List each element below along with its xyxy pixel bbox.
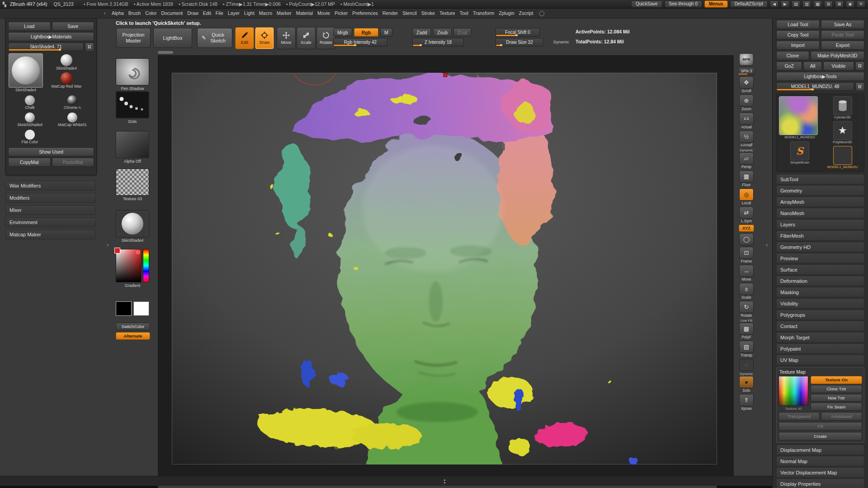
tool-thumb-model-small[interactable]: MODEL1_MUNDZU: [823, 146, 862, 169]
projection-master-button[interactable]: Projection Master: [116, 28, 151, 48]
menu-preferences[interactable]: Preferences: [350, 10, 380, 16]
right-tray-divider-icon[interactable]: ‹: [766, 241, 768, 248]
menu-render[interactable]: Render: [380, 10, 400, 16]
tray-collapse-icon[interactable]: ‹: [104, 10, 106, 16]
zadd-button[interactable]: Zadd: [412, 28, 431, 37]
show-used-button[interactable]: Show Used: [8, 147, 94, 156]
close-icon[interactable]: ✕: [857, 0, 865, 8]
zcut-button[interactable]: Zcut: [453, 28, 471, 37]
texture-on-button[interactable]: Texture On: [811, 376, 862, 384]
tool-section-layers[interactable]: Layers: [776, 219, 864, 230]
lock-icon[interactable]: ⊠: [835, 0, 844, 8]
tool-section-geometry-hd[interactable]: Geometry HD: [776, 242, 864, 252]
menu-color[interactable]: Color: [143, 10, 159, 16]
menu-zplugin[interactable]: Zplugin: [496, 10, 516, 16]
export-button[interactable]: Export: [821, 41, 864, 50]
material-save-button[interactable]: Save: [52, 22, 94, 31]
frame-button[interactable]: ⊡ Frame: [737, 247, 756, 263]
focal-shift-slider[interactable]: Focal Shift 0: [495, 28, 540, 37]
pivot-button[interactable]: ◯: [737, 233, 756, 245]
material-section-matcap-maker[interactable]: Matcap Maker: [5, 230, 96, 239]
dynamic-mode-label[interactable]: Dynamic: [553, 40, 569, 44]
tool-section-normal-map[interactable]: Normal Map: [776, 456, 864, 466]
transp-button[interactable]: ▧ Transp: [737, 341, 756, 357]
tool-r-button[interactable]: R: [855, 82, 864, 91]
left-tray-divider-icon[interactable]: ›: [107, 241, 108, 248]
next-doc-icon[interactable]: ▶: [781, 0, 789, 8]
tool-thumb-simplebrush[interactable]: S SimpleBrush: [779, 141, 821, 164]
material-thumb-flat[interactable]: Flat Color: [9, 128, 51, 145]
menu-zscript[interactable]: Zscript: [517, 10, 536, 16]
tool-thumb-selected[interactable]: MODEL1_MUNDZU: [779, 96, 821, 139]
layout-c-icon[interactable]: ▦: [813, 0, 822, 8]
tool-section-arraymesh[interactable]: ArrayMesh: [776, 197, 864, 207]
zoom-button[interactable]: ⊕ Zoom: [737, 94, 756, 111]
material-thumb-chalk[interactable]: Chalk: [9, 94, 51, 111]
fix-seam-button[interactable]: Fix Seam: [811, 403, 862, 411]
pastemat-button[interactable]: PasteMat: [52, 158, 94, 167]
paste-tool-button[interactable]: Paste Tool: [821, 30, 864, 39]
tool-section-displacement-map[interactable]: Displacement Map: [776, 445, 864, 455]
lightbox-button[interactable]: LightBox: [153, 28, 192, 48]
mrgb-button[interactable]: Mrgb: [333, 28, 352, 37]
secondary-color-swatch[interactable]: [133, 301, 149, 316]
menu-brush[interactable]: Brush: [126, 10, 143, 16]
tool-select-slider[interactable]: MODEL1_MUNDZU. 48: [776, 82, 854, 91]
lightbox-materials-button[interactable]: Lightbox▶Materials: [8, 32, 94, 41]
copymat-button[interactable]: CopyMat: [8, 158, 51, 167]
menu-layer[interactable]: Layer: [226, 10, 242, 16]
quicksave-button[interactable]: QuickSave: [631, 0, 662, 8]
make-polymesh3d-button[interactable]: Make PolyMesh3D: [811, 51, 865, 60]
lightbox-tools-button[interactable]: Lightbox▶Tools: [776, 72, 864, 81]
menu-stroke[interactable]: Stroke: [419, 10, 437, 16]
rgb-intensity-slider[interactable]: Rgb Intensity 42: [333, 38, 387, 47]
bpr-button[interactable]: BPR: [737, 53, 756, 66]
tool-section-geometry[interactable]: Geometry: [776, 185, 864, 196]
move-button[interactable]: Move: [277, 27, 296, 49]
color-picker[interactable]: Gradient: [116, 249, 149, 288]
material-r-button[interactable]: R: [85, 42, 94, 52]
polyf-button[interactable]: Line Fill ▩ PolyF: [737, 319, 756, 339]
tool-section-surface[interactable]: Surface: [776, 264, 864, 275]
clone-txtr-button[interactable]: Clone Txtr: [811, 385, 862, 393]
menu-macro[interactable]: Macro: [257, 10, 274, 16]
tool-section-deformation[interactable]: Deformation: [776, 276, 864, 286]
material-section-mixer[interactable]: Mixer: [5, 205, 96, 215]
local-button[interactable]: ◎ Local: [737, 188, 756, 205]
menu-movie[interactable]: Movie: [315, 10, 332, 16]
menu-file[interactable]: File: [213, 10, 226, 16]
draw-button[interactable]: Draw: [255, 27, 274, 49]
tool-section-masking[interactable]: Masking: [776, 287, 864, 297]
tool-section-visibility[interactable]: Visibility: [776, 298, 864, 309]
texture-map-title[interactable]: Texture Map: [779, 369, 862, 375]
palette-grid-icon[interactable]: ⊞: [824, 0, 833, 8]
solo-button[interactable]: Dynamic ● Solo: [737, 372, 756, 393]
xyz-button[interactable]: XYZ: [737, 225, 756, 232]
menu-texture[interactable]: Texture: [437, 10, 457, 16]
current-alpha[interactable]: Alpha Off: [116, 131, 149, 164]
tool-section-fibermesh[interactable]: FiberMesh: [776, 230, 864, 241]
see-through-slider[interactable]: See-through 0: [665, 0, 702, 8]
m-button[interactable]: M: [380, 28, 392, 37]
material-select-slider[interactable]: SkinShade4. 71: [8, 42, 84, 51]
persp-button[interactable]: Dynamic ▱ Persp: [737, 149, 756, 169]
menu-marker[interactable]: Marker: [274, 10, 294, 16]
menu-light[interactable]: Light: [242, 10, 257, 16]
material-section-wax-modifiers[interactable]: Wax Modifiers: [5, 181, 96, 191]
tool-section-display-properties[interactable]: Display Properties: [776, 479, 864, 488]
document-3d-view[interactable]: [158, 55, 734, 476]
canvas-scale-button[interactable]: ± Scale: [737, 283, 756, 300]
session-icon[interactable]: ◉: [846, 0, 854, 8]
floor-button[interactable]: ▦ Floor: [737, 170, 756, 187]
texture-map-thumb-wrap[interactable]: Texture 40: [778, 376, 808, 411]
scale-button[interactable]: Scale: [297, 27, 316, 49]
import-button[interactable]: Import: [776, 41, 820, 50]
actual-button[interactable]: 1:1 Actual: [737, 113, 756, 129]
xpose-button[interactable]: ⇑ Xpose: [737, 394, 756, 411]
rotate-button[interactable]: Rotate: [316, 27, 335, 49]
clone-button[interactable]: Clone: [776, 51, 809, 60]
create-section[interactable]: Create: [778, 432, 862, 441]
current-stroke[interactable]: Dots: [116, 91, 149, 124]
visible-button[interactable]: Visible: [823, 61, 854, 70]
rgb-button[interactable]: Rgb: [354, 28, 378, 37]
